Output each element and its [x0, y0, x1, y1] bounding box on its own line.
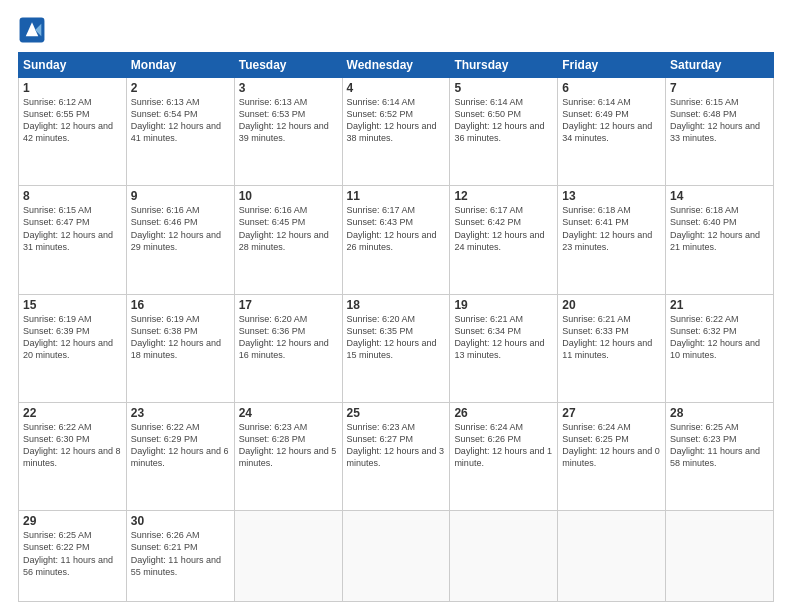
day-number: 30 — [131, 514, 230, 528]
calendar-table: SundayMondayTuesdayWednesdayThursdayFrid… — [18, 52, 774, 602]
calendar-cell — [342, 511, 450, 602]
day-number: 21 — [670, 298, 769, 312]
weekday-header-saturday: Saturday — [666, 53, 774, 78]
weekday-header-thursday: Thursday — [450, 53, 558, 78]
day-number: 16 — [131, 298, 230, 312]
day-info: Sunrise: 6:17 AMSunset: 6:43 PMDaylight:… — [347, 204, 446, 253]
weekday-header-tuesday: Tuesday — [234, 53, 342, 78]
day-info: Sunrise: 6:23 AMSunset: 6:27 PMDaylight:… — [347, 421, 446, 470]
day-number: 12 — [454, 189, 553, 203]
calendar-cell: 7Sunrise: 6:15 AMSunset: 6:48 PMDaylight… — [666, 78, 774, 186]
day-number: 18 — [347, 298, 446, 312]
day-info: Sunrise: 6:21 AMSunset: 6:34 PMDaylight:… — [454, 313, 553, 362]
day-info: Sunrise: 6:25 AMSunset: 6:22 PMDaylight:… — [23, 529, 122, 578]
calendar-cell: 6Sunrise: 6:14 AMSunset: 6:49 PMDaylight… — [558, 78, 666, 186]
day-info: Sunrise: 6:21 AMSunset: 6:33 PMDaylight:… — [562, 313, 661, 362]
day-number: 11 — [347, 189, 446, 203]
day-info: Sunrise: 6:22 AMSunset: 6:29 PMDaylight:… — [131, 421, 230, 470]
calendar-cell: 12Sunrise: 6:17 AMSunset: 6:42 PMDayligh… — [450, 186, 558, 294]
day-number: 8 — [23, 189, 122, 203]
day-number: 27 — [562, 406, 661, 420]
day-info: Sunrise: 6:13 AMSunset: 6:54 PMDaylight:… — [131, 96, 230, 145]
day-number: 1 — [23, 81, 122, 95]
day-info: Sunrise: 6:13 AMSunset: 6:53 PMDaylight:… — [239, 96, 338, 145]
day-info: Sunrise: 6:19 AMSunset: 6:39 PMDaylight:… — [23, 313, 122, 362]
calendar-cell: 25Sunrise: 6:23 AMSunset: 6:27 PMDayligh… — [342, 402, 450, 510]
day-number: 17 — [239, 298, 338, 312]
weekday-header-wednesday: Wednesday — [342, 53, 450, 78]
day-number: 13 — [562, 189, 661, 203]
day-number: 20 — [562, 298, 661, 312]
calendar-cell: 20Sunrise: 6:21 AMSunset: 6:33 PMDayligh… — [558, 294, 666, 402]
day-info: Sunrise: 6:23 AMSunset: 6:28 PMDaylight:… — [239, 421, 338, 470]
day-number: 25 — [347, 406, 446, 420]
day-info: Sunrise: 6:19 AMSunset: 6:38 PMDaylight:… — [131, 313, 230, 362]
day-number: 22 — [23, 406, 122, 420]
week-row-1: 8Sunrise: 6:15 AMSunset: 6:47 PMDaylight… — [19, 186, 774, 294]
day-number: 7 — [670, 81, 769, 95]
weekday-header-sunday: Sunday — [19, 53, 127, 78]
day-info: Sunrise: 6:18 AMSunset: 6:40 PMDaylight:… — [670, 204, 769, 253]
day-number: 23 — [131, 406, 230, 420]
calendar-cell: 22Sunrise: 6:22 AMSunset: 6:30 PMDayligh… — [19, 402, 127, 510]
day-info: Sunrise: 6:18 AMSunset: 6:41 PMDaylight:… — [562, 204, 661, 253]
calendar-cell: 23Sunrise: 6:22 AMSunset: 6:29 PMDayligh… — [126, 402, 234, 510]
calendar-cell: 10Sunrise: 6:16 AMSunset: 6:45 PMDayligh… — [234, 186, 342, 294]
calendar-cell: 14Sunrise: 6:18 AMSunset: 6:40 PMDayligh… — [666, 186, 774, 294]
page: SundayMondayTuesdayWednesdayThursdayFrid… — [0, 0, 792, 612]
calendar-cell: 21Sunrise: 6:22 AMSunset: 6:32 PMDayligh… — [666, 294, 774, 402]
day-info: Sunrise: 6:15 AMSunset: 6:47 PMDaylight:… — [23, 204, 122, 253]
calendar-cell: 16Sunrise: 6:19 AMSunset: 6:38 PMDayligh… — [126, 294, 234, 402]
weekday-header-row: SundayMondayTuesdayWednesdayThursdayFrid… — [19, 53, 774, 78]
day-info: Sunrise: 6:16 AMSunset: 6:46 PMDaylight:… — [131, 204, 230, 253]
calendar-cell: 9Sunrise: 6:16 AMSunset: 6:46 PMDaylight… — [126, 186, 234, 294]
day-info: Sunrise: 6:14 AMSunset: 6:52 PMDaylight:… — [347, 96, 446, 145]
day-info: Sunrise: 6:12 AMSunset: 6:55 PMDaylight:… — [23, 96, 122, 145]
day-number: 2 — [131, 81, 230, 95]
day-info: Sunrise: 6:20 AMSunset: 6:35 PMDaylight:… — [347, 313, 446, 362]
day-info: Sunrise: 6:15 AMSunset: 6:48 PMDaylight:… — [670, 96, 769, 145]
header — [18, 16, 774, 44]
calendar-cell — [666, 511, 774, 602]
logo-icon — [18, 16, 46, 44]
calendar-cell: 3Sunrise: 6:13 AMSunset: 6:53 PMDaylight… — [234, 78, 342, 186]
day-info: Sunrise: 6:20 AMSunset: 6:36 PMDaylight:… — [239, 313, 338, 362]
day-info: Sunrise: 6:22 AMSunset: 6:30 PMDaylight:… — [23, 421, 122, 470]
calendar-cell: 2Sunrise: 6:13 AMSunset: 6:54 PMDaylight… — [126, 78, 234, 186]
day-number: 10 — [239, 189, 338, 203]
calendar-cell — [450, 511, 558, 602]
day-number: 5 — [454, 81, 553, 95]
calendar-cell: 15Sunrise: 6:19 AMSunset: 6:39 PMDayligh… — [19, 294, 127, 402]
week-row-4: 29Sunrise: 6:25 AMSunset: 6:22 PMDayligh… — [19, 511, 774, 602]
calendar-cell: 5Sunrise: 6:14 AMSunset: 6:50 PMDaylight… — [450, 78, 558, 186]
calendar-cell: 24Sunrise: 6:23 AMSunset: 6:28 PMDayligh… — [234, 402, 342, 510]
day-number: 24 — [239, 406, 338, 420]
calendar-cell: 29Sunrise: 6:25 AMSunset: 6:22 PMDayligh… — [19, 511, 127, 602]
calendar-cell: 17Sunrise: 6:20 AMSunset: 6:36 PMDayligh… — [234, 294, 342, 402]
calendar-cell: 28Sunrise: 6:25 AMSunset: 6:23 PMDayligh… — [666, 402, 774, 510]
calendar-cell: 19Sunrise: 6:21 AMSunset: 6:34 PMDayligh… — [450, 294, 558, 402]
day-info: Sunrise: 6:16 AMSunset: 6:45 PMDaylight:… — [239, 204, 338, 253]
week-row-0: 1Sunrise: 6:12 AMSunset: 6:55 PMDaylight… — [19, 78, 774, 186]
day-number: 15 — [23, 298, 122, 312]
day-info: Sunrise: 6:25 AMSunset: 6:23 PMDaylight:… — [670, 421, 769, 470]
day-number: 26 — [454, 406, 553, 420]
day-number: 9 — [131, 189, 230, 203]
calendar-cell — [234, 511, 342, 602]
day-number: 28 — [670, 406, 769, 420]
day-info: Sunrise: 6:24 AMSunset: 6:25 PMDaylight:… — [562, 421, 661, 470]
calendar-cell: 18Sunrise: 6:20 AMSunset: 6:35 PMDayligh… — [342, 294, 450, 402]
logo — [18, 16, 48, 44]
calendar-cell: 26Sunrise: 6:24 AMSunset: 6:26 PMDayligh… — [450, 402, 558, 510]
week-row-3: 22Sunrise: 6:22 AMSunset: 6:30 PMDayligh… — [19, 402, 774, 510]
day-info: Sunrise: 6:24 AMSunset: 6:26 PMDaylight:… — [454, 421, 553, 470]
week-row-2: 15Sunrise: 6:19 AMSunset: 6:39 PMDayligh… — [19, 294, 774, 402]
day-number: 14 — [670, 189, 769, 203]
day-number: 6 — [562, 81, 661, 95]
day-info: Sunrise: 6:26 AMSunset: 6:21 PMDaylight:… — [131, 529, 230, 578]
day-number: 19 — [454, 298, 553, 312]
day-info: Sunrise: 6:22 AMSunset: 6:32 PMDaylight:… — [670, 313, 769, 362]
day-info: Sunrise: 6:14 AMSunset: 6:49 PMDaylight:… — [562, 96, 661, 145]
calendar-cell: 11Sunrise: 6:17 AMSunset: 6:43 PMDayligh… — [342, 186, 450, 294]
calendar-cell — [558, 511, 666, 602]
